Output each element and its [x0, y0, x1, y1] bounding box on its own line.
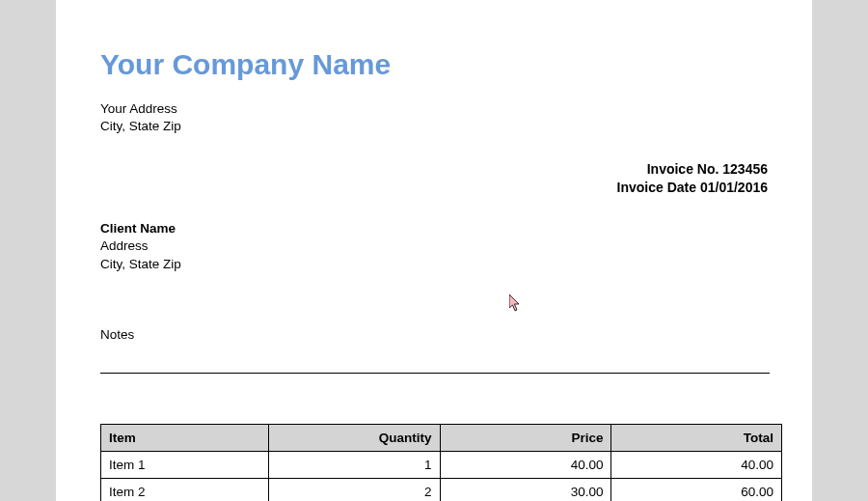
client-block: Client Name Address City, State Zip [100, 220, 768, 273]
table-row: Item 1 1 40.00 40.00 [101, 451, 782, 478]
items-table: Item Quantity Price Total Item 1 1 40.00… [100, 424, 782, 501]
cursor-icon [509, 294, 523, 312]
cell-total: 60.00 [611, 478, 782, 501]
invoice-number-value: 123456 [722, 161, 768, 177]
cell-price: 40.00 [440, 451, 611, 478]
cell-item: Item 1 [101, 451, 269, 478]
company-address-line1: Your Address [100, 100, 768, 118]
invoice-number-line: Invoice No. 123456 [100, 160, 768, 179]
cell-total: 40.00 [611, 451, 782, 478]
cell-item: Item 2 [101, 478, 269, 501]
notes-section: Notes [100, 327, 768, 374]
invoice-meta: Invoice No. 123456 Invoice Date 01/01/20… [100, 160, 768, 197]
header-quantity: Quantity [268, 424, 440, 451]
company-address-line2: City, State Zip [100, 118, 768, 135]
table-row: Item 2 2 30.00 60.00 [101, 478, 782, 501]
cell-quantity: 2 [268, 478, 440, 501]
invoice-page: Your Company Name Your Address City, Sta… [56, 0, 812, 501]
company-address: Your Address City, State Zip [100, 100, 768, 135]
header-total: Total [611, 424, 782, 451]
notes-rule [100, 373, 770, 374]
client-name: Client Name [100, 220, 768, 237]
client-address-line1: Address [100, 237, 768, 255]
table-header-row: Item Quantity Price Total [101, 424, 782, 451]
header-price: Price [440, 424, 611, 451]
invoice-number-label: Invoice No. [647, 161, 723, 177]
invoice-date-label: Invoice Date [617, 180, 700, 195]
invoice-date-value: 01/01/2016 [700, 180, 768, 195]
header-item: Item [101, 424, 269, 451]
cell-quantity: 1 [268, 451, 440, 478]
cell-price: 30.00 [440, 478, 611, 501]
invoice-date-line: Invoice Date 01/01/2016 [100, 179, 768, 197]
notes-label: Notes [100, 327, 768, 342]
company-name: Your Company Name [100, 48, 768, 81]
client-address-line2: City, State Zip [100, 256, 768, 273]
